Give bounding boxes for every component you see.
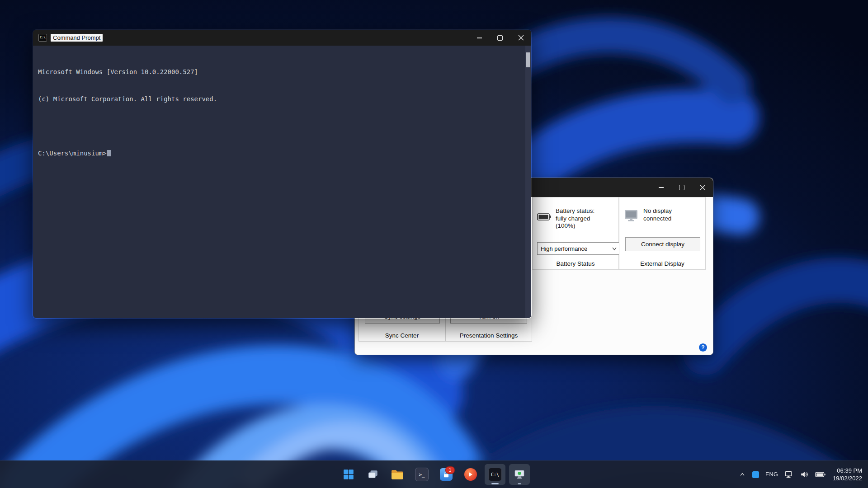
media-player-button[interactable] (460, 464, 481, 485)
network-button[interactable] (781, 465, 797, 483)
clock[interactable]: 06:39 PM 19/02/2022 (833, 467, 862, 482)
mobility-minimize-button[interactable] (651, 178, 671, 197)
tray-overflow-button[interactable] (736, 465, 749, 483)
presentation-tile-caption: Presentation Settings (446, 332, 532, 339)
tray-app-button[interactable] (749, 465, 762, 483)
command-prompt-taskbar-button[interactable]: C:\ (485, 464, 505, 485)
command-prompt-icon: C:\ (488, 468, 502, 481)
language-indicator[interactable]: ENG (762, 465, 781, 483)
mobility-center-taskbar-button[interactable] (509, 464, 530, 485)
help-button[interactable]: ? (699, 343, 707, 352)
clock-date: 19/02/2022 (833, 474, 862, 482)
task-view-icon (367, 469, 379, 480)
notification-badge-count: 1 (449, 468, 452, 473)
help-icon: ? (701, 344, 704, 351)
battery-status-block: Battery status: fully charged (100%) (537, 207, 594, 230)
battery-status-line2: fully charged (556, 215, 594, 223)
cmd-minimize-button[interactable] (469, 30, 490, 46)
display-status-block: No display connected (624, 207, 672, 222)
cmd-scrollbar-thumb[interactable] (526, 52, 530, 67)
taskbar: >_ 1 C:\ (0, 460, 868, 488)
speaker-icon (800, 470, 809, 479)
battery-icon (815, 470, 826, 479)
running-indicator (491, 483, 499, 484)
battery-status-line3: (100%) (556, 222, 594, 230)
language-label: ENG (765, 471, 778, 478)
tray-app-icon (752, 471, 759, 478)
cmd-window-title: Command Prompt (51, 34, 103, 42)
minimize-icon (659, 187, 664, 188)
console-blank-line (38, 122, 522, 131)
external-display-tile: No display connected Connect display Ext… (619, 197, 706, 270)
file-explorer-button[interactable] (387, 464, 408, 485)
store-icon: 1 (440, 468, 453, 481)
maximize-icon (497, 35, 503, 41)
windows-start-icon (343, 469, 354, 480)
play-icon (468, 472, 473, 477)
chevron-up-icon (739, 471, 746, 478)
store-button[interactable]: 1 (436, 464, 457, 485)
connect-display-label: Connect display (641, 241, 684, 248)
terminal-icon-glyph: >_ (419, 472, 425, 478)
volume-button[interactable] (797, 465, 812, 483)
notification-badge: 1 (445, 466, 455, 474)
cmd-app-icon-glyph: C:\ (40, 36, 46, 39)
minimize-icon (477, 38, 482, 38)
mobility-maximize-button[interactable] (671, 178, 692, 197)
mobility-close-button[interactable] (692, 178, 713, 197)
taskbar-center-icons: >_ 1 C:\ (338, 461, 530, 488)
media-player-icon (464, 468, 477, 481)
cmd-scrollbar[interactable] (525, 46, 531, 318)
chevron-down-icon (612, 247, 617, 250)
system-tray: ENG 06:39 PM 19/02/2022 (736, 461, 868, 488)
connect-display-button[interactable]: Connect display (625, 237, 700, 251)
windows-terminal-button[interactable]: >_ (411, 464, 432, 485)
command-prompt-window: C:\ Command Prompt Microsoft Windows [Ve… (33, 29, 532, 319)
battery-button[interactable] (812, 465, 829, 483)
close-icon (700, 185, 705, 190)
cmd-app-icon: C:\ (38, 34, 47, 42)
battery-icon (537, 213, 552, 221)
monitor-icon (624, 209, 639, 222)
cmd-console[interactable]: Microsoft Windows [Version 10.0.22000.52… (33, 46, 531, 318)
network-icon (784, 470, 793, 479)
console-prompt: C:\Users\minusium> (38, 150, 107, 157)
terminal-icon: >_ (415, 468, 429, 481)
task-view-button[interactable] (363, 464, 383, 485)
sync-tile-caption: Sync Center (359, 332, 445, 339)
maximize-icon (679, 185, 684, 190)
cmd-maximize-button[interactable] (490, 30, 510, 46)
display-status-text: No display connected (643, 207, 672, 222)
battery-status-text: Battery status: fully charged (100%) (556, 207, 594, 230)
battery-tile-caption: Battery Status (533, 260, 618, 267)
power-plan-value: High performance (541, 245, 587, 252)
folder-icon (391, 469, 404, 480)
battery-status-line1: Battery status: (556, 207, 594, 215)
cmd-close-button[interactable] (510, 30, 531, 46)
start-button[interactable] (338, 464, 359, 485)
text-cursor (107, 150, 111, 156)
display-status-line1: No display (643, 207, 672, 215)
console-line: (c) Microsoft Corporation. All rights re… (38, 94, 522, 103)
mobility-center-icon (514, 469, 525, 480)
power-plan-select[interactable]: High performance (537, 242, 620, 255)
battery-status-tile: Battery status: fully charged (100%) Hig… (532, 197, 619, 270)
console-prompt-line: C:\Users\minusium> (38, 149, 522, 158)
console-line: Microsoft Windows [Version 10.0.22000.52… (38, 67, 522, 76)
running-indicator (518, 483, 521, 484)
close-icon (518, 35, 524, 41)
cmd-window-controls (469, 30, 531, 46)
cmd-title-bar[interactable]: C:\ Command Prompt (33, 30, 531, 46)
display-tile-caption: External Display (619, 260, 705, 267)
command-prompt-icon-glyph: C:\ (491, 472, 499, 477)
clock-time: 06:39 PM (833, 467, 862, 474)
display-status-line2: connected (643, 215, 672, 223)
